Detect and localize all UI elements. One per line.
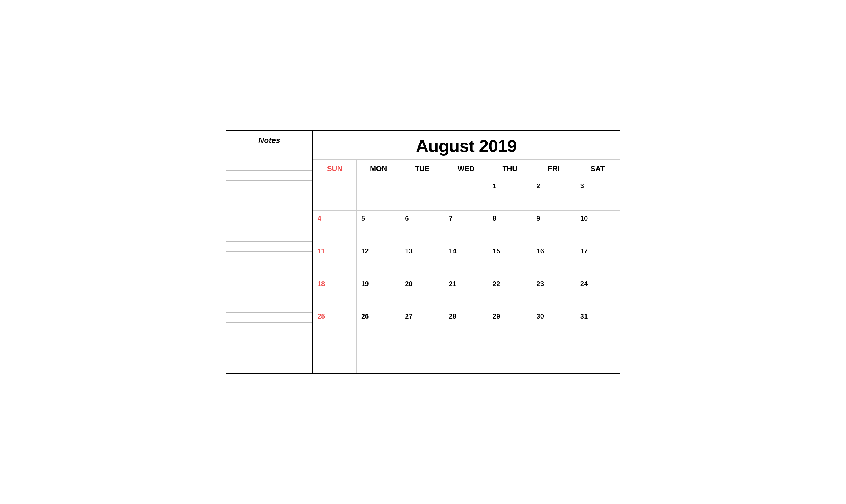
- day-cell-15: 15: [488, 243, 532, 276]
- day-headers-row: SUNMONTUEWEDTHUFRISAT: [313, 160, 620, 178]
- day-cell-6: 6: [401, 211, 444, 243]
- day-cell-empty: [576, 341, 620, 374]
- day-cell-3: 3: [576, 178, 620, 211]
- calendar-page: Notes August 2019 SUNMONTUEWEDTHUFRISAT …: [226, 130, 620, 374]
- day-cell-23: 23: [532, 276, 576, 308]
- day-cell-empty: [488, 341, 532, 374]
- day-cell-16: 16: [532, 243, 576, 276]
- notes-header: Notes: [226, 131, 312, 150]
- day-cell-10: 10: [576, 211, 620, 243]
- day-cell-19: 19: [357, 276, 401, 308]
- day-cell-empty: [532, 341, 576, 374]
- day-header-tue: TUE: [401, 160, 444, 178]
- notes-line[interactable]: [226, 170, 312, 181]
- day-cell-11: 11: [313, 243, 357, 276]
- day-cell-29: 29: [488, 308, 532, 341]
- notes-line[interactable]: [226, 241, 312, 252]
- day-header-mon: MON: [357, 160, 401, 178]
- day-cell-empty: [313, 341, 357, 374]
- day-cell-8: 8: [488, 211, 532, 243]
- calendar-title: August 2019: [313, 131, 620, 160]
- day-cell-4: 4: [313, 211, 357, 243]
- day-header-wed: WED: [444, 160, 488, 178]
- day-cell-25: 25: [313, 308, 357, 341]
- calendar-section: August 2019 SUNMONTUEWEDTHUFRISAT 123456…: [313, 131, 620, 374]
- day-cell-21: 21: [444, 276, 488, 308]
- day-header-fri: FRI: [532, 160, 576, 178]
- day-cell-17: 17: [576, 243, 620, 276]
- day-cell-28: 28: [444, 308, 488, 341]
- week-row-0: 123: [313, 178, 620, 211]
- notes-line[interactable]: [226, 272, 312, 282]
- day-cell-7: 7: [444, 211, 488, 243]
- day-cell-2: 2: [532, 178, 576, 211]
- week-row-1: 45678910: [313, 211, 620, 243]
- notes-line[interactable]: [226, 181, 312, 191]
- day-cell-20: 20: [401, 276, 444, 308]
- day-cell-empty: [401, 341, 444, 374]
- day-cell-empty: [401, 178, 444, 211]
- week-row-3: 18192021222324: [313, 276, 620, 309]
- day-cell-14: 14: [444, 243, 488, 276]
- day-cell-30: 30: [532, 308, 576, 341]
- notes-line[interactable]: [226, 303, 312, 312]
- notes-line[interactable]: [226, 231, 312, 241]
- notes-line[interactable]: [226, 201, 312, 211]
- notes-line[interactable]: [226, 312, 312, 323]
- day-cell-1: 1: [488, 178, 532, 211]
- day-cell-empty: [357, 341, 401, 374]
- notes-line[interactable]: [226, 221, 312, 231]
- notes-line[interactable]: [226, 353, 312, 363]
- notes-line[interactable]: [226, 343, 312, 353]
- day-cell-empty: [313, 178, 357, 211]
- calendar-grid: SUNMONTUEWEDTHUFRISAT 123456789101112131…: [313, 160, 620, 374]
- notes-line[interactable]: [226, 292, 312, 303]
- notes-line[interactable]: [226, 282, 312, 292]
- day-cell-9: 9: [532, 211, 576, 243]
- notes-line[interactable]: [226, 333, 312, 343]
- notes-line[interactable]: [226, 323, 312, 333]
- notes-line[interactable]: [226, 150, 312, 160]
- day-header-sun: SUN: [313, 160, 357, 178]
- day-cell-5: 5: [357, 211, 401, 243]
- notes-line[interactable]: [226, 211, 312, 221]
- day-cell-12: 12: [357, 243, 401, 276]
- day-cell-empty: [357, 178, 401, 211]
- weeks-container: 1234567891011121314151617181920212223242…: [313, 178, 620, 374]
- day-cell-26: 26: [357, 308, 401, 341]
- notes-line[interactable]: [226, 262, 312, 272]
- notes-section: Notes: [226, 131, 313, 374]
- notes-line[interactable]: [226, 363, 312, 374]
- notes-lines: [226, 150, 312, 374]
- day-cell-empty: [444, 341, 488, 374]
- day-header-sat: SAT: [576, 160, 620, 178]
- day-cell-18: 18: [313, 276, 357, 308]
- notes-line[interactable]: [226, 191, 312, 201]
- day-cell-31: 31: [576, 308, 620, 341]
- day-cell-22: 22: [488, 276, 532, 308]
- day-header-thu: THU: [488, 160, 532, 178]
- week-row-4: 25262728293031: [313, 308, 620, 341]
- week-row-5: [313, 341, 620, 374]
- notes-line[interactable]: [226, 160, 312, 170]
- week-row-2: 11121314151617: [313, 243, 620, 276]
- day-cell-24: 24: [576, 276, 620, 308]
- day-cell-empty: [444, 178, 488, 211]
- day-cell-27: 27: [401, 308, 444, 341]
- day-cell-13: 13: [401, 243, 444, 276]
- notes-line[interactable]: [226, 252, 312, 262]
